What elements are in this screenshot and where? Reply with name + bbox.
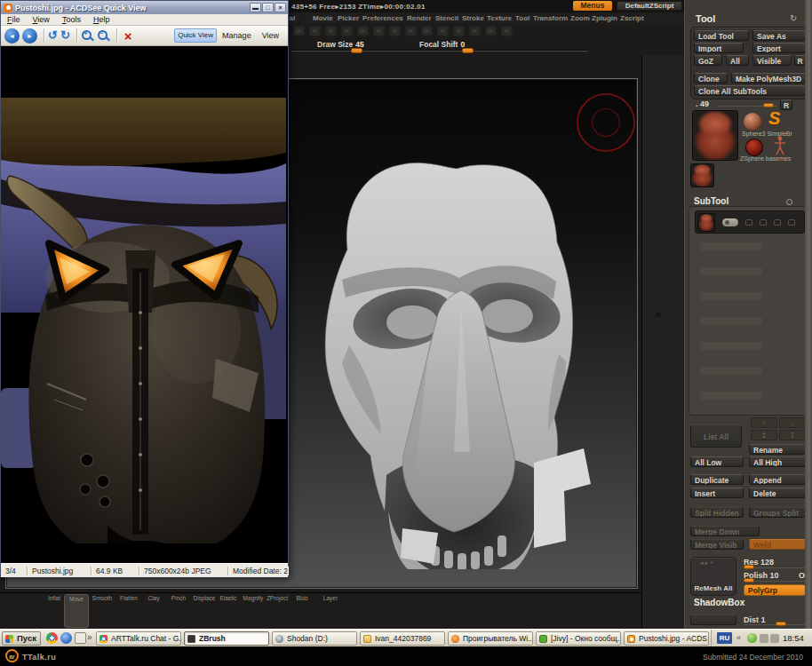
menu-render[interactable]: Render xyxy=(407,14,432,22)
shelf-icon[interactable] xyxy=(469,26,481,36)
move-down-icon[interactable]: ↓ xyxy=(779,417,806,428)
clone-button[interactable]: Clone xyxy=(694,73,728,83)
acdsee-titlebar[interactable]: Pustoshi.jpg - ACDSee Quick View ▬ □ × xyxy=(1,1,288,14)
subtool-mini-icon[interactable] xyxy=(760,219,767,226)
view-button[interactable]: View xyxy=(257,31,284,40)
zoom-out-icon[interactable]: − xyxy=(97,29,110,43)
delete-button[interactable]: Delete xyxy=(749,488,806,498)
basemesh-figure-icon[interactable] xyxy=(774,136,786,155)
subtool-mini-icon[interactable] xyxy=(788,219,795,226)
subtool-mini-icon[interactable] xyxy=(745,219,752,226)
shelf-icon[interactable] xyxy=(341,26,353,36)
maximize-button[interactable]: □ xyxy=(262,3,274,12)
insert-button[interactable]: Insert xyxy=(690,488,744,498)
menu-help[interactable]: Help xyxy=(87,15,116,24)
shelf-icon[interactable] xyxy=(309,26,321,36)
menu-view[interactable]: View xyxy=(27,15,56,24)
save-as-button[interactable]: Save As xyxy=(752,30,806,41)
zsphere-tool-icon[interactable] xyxy=(745,139,763,156)
menu-tool[interactable]: Tool xyxy=(515,14,529,22)
load-tool-button[interactable]: Load Tool xyxy=(694,30,749,41)
export-button[interactable]: Export xyxy=(752,43,806,53)
brush-smooth[interactable]: Smooth xyxy=(90,594,115,628)
brush-move[interactable]: Move xyxy=(64,594,89,628)
subtool-toggle-icon[interactable] xyxy=(786,199,792,205)
menu-movie[interactable]: Movie xyxy=(313,14,333,22)
rename-button[interactable]: Rename xyxy=(749,444,806,455)
clone-all-subtools-button[interactable]: Clone All SubTools xyxy=(694,85,806,96)
shelf-icon[interactable] xyxy=(389,26,401,36)
brush-magnify[interactable]: Magnify xyxy=(241,594,266,628)
subtool-empty-slot[interactable] xyxy=(700,242,762,250)
recent-tool-thumbnail[interactable] xyxy=(690,163,714,187)
menus-button[interactable]: Menus xyxy=(573,1,612,11)
polygrp-button[interactable]: PolyGrp xyxy=(744,584,806,596)
all-low-button[interactable]: All Low xyxy=(690,456,744,467)
brush-clay[interactable]: Clay xyxy=(141,594,166,628)
manage-button[interactable]: Manage xyxy=(217,31,257,40)
default-zscript-button[interactable]: DefaultZScript xyxy=(617,1,682,11)
menu-zscript[interactable]: Zscript xyxy=(620,14,644,22)
split-hidden-button[interactable]: Split Hidden xyxy=(690,507,744,518)
task-arttalk[interactable]: ARTTalk.ru Chat - G... xyxy=(96,631,181,646)
minimize-button[interactable]: ▬ xyxy=(250,3,261,12)
remesh-all-label[interactable]: ReMesh All xyxy=(691,584,736,592)
next-image-icon[interactable]: ► xyxy=(22,28,37,44)
tray-icon[interactable] xyxy=(770,634,779,643)
task-zbrush[interactable]: ZBrush xyxy=(184,631,269,646)
move-top-icon[interactable]: ↥ xyxy=(751,430,777,440)
brush-flatten[interactable]: Flatten xyxy=(116,594,141,628)
start-button[interactable]: Пуск xyxy=(2,631,41,646)
active-tool-thumbnail[interactable] xyxy=(692,110,738,161)
tray-icon[interactable] xyxy=(760,634,768,643)
import-button[interactable]: Import xyxy=(694,43,744,53)
subtool-empty-slot[interactable] xyxy=(700,342,762,350)
shelf-icon[interactable] xyxy=(325,26,337,36)
tool-r-button[interactable]: R xyxy=(780,99,792,110)
shelf-icon[interactable] xyxy=(373,26,385,36)
duplicate-button[interactable]: Duplicate xyxy=(690,474,744,485)
task-jivy-messenger[interactable]: [Jivy] - Окно сообщ... xyxy=(536,631,621,646)
panel-scroll-edge[interactable] xyxy=(805,0,812,629)
weld-button[interactable]: Weld xyxy=(749,539,806,550)
menu-stroke[interactable]: Stroke xyxy=(462,14,484,22)
menu-stencil[interactable]: Stencil xyxy=(435,14,458,22)
append-button[interactable]: Append xyxy=(749,474,806,485)
brush-pinch[interactable]: Pinch xyxy=(166,594,191,628)
shadowbox-button[interactable]: ShadowBox xyxy=(694,598,744,607)
antivirus-tray-icon[interactable] xyxy=(747,633,757,643)
subtool-empty-slot[interactable] xyxy=(700,267,762,275)
task-pustoshi-acdsee[interactable]: Pustoshi.jpg - ACDS... xyxy=(624,631,709,646)
remesh-box[interactable]: ◂ ▸ + ReMesh All xyxy=(690,557,736,596)
visibility-eye-icon[interactable] xyxy=(722,218,738,226)
polish-circle-toggle[interactable]: O xyxy=(799,571,805,580)
focal-shift-track[interactable] xyxy=(410,50,588,52)
res-handle[interactable] xyxy=(744,565,754,569)
subtool-empty-slot[interactable] xyxy=(700,292,762,300)
simplebrush-logo-icon[interactable]: S xyxy=(768,108,780,129)
zoom-in-icon[interactable]: + xyxy=(81,29,94,43)
all-high-button[interactable]: All High xyxy=(749,456,806,467)
goz-all-button[interactable]: All xyxy=(726,55,749,66)
menu-picker[interactable]: Picker xyxy=(338,14,359,22)
image-viewer[interactable] xyxy=(1,46,288,563)
subtool-mini-icon[interactable] xyxy=(774,219,781,226)
shelf-icon[interactable] xyxy=(421,26,433,36)
rotate-right-icon[interactable]: ↻ xyxy=(60,28,70,44)
language-indicator[interactable]: RU xyxy=(717,632,732,644)
tool-slider-handle[interactable] xyxy=(763,103,774,107)
menu-preferences[interactable]: Preferences xyxy=(362,14,403,22)
shelf-icon[interactable] xyxy=(485,26,497,36)
brush-blob[interactable]: Blob xyxy=(290,594,314,628)
shelf-icon[interactable] xyxy=(437,26,449,36)
shelf-icon[interactable] xyxy=(501,26,513,36)
brush-displace[interactable]: Displace xyxy=(192,594,217,628)
shelf-icon[interactable] xyxy=(357,26,369,36)
draw-size-handle[interactable] xyxy=(351,48,362,53)
browser-quicklaunch-icon[interactable] xyxy=(60,632,72,644)
dist-track[interactable] xyxy=(744,624,806,625)
groups-split-button[interactable]: Groups Split xyxy=(749,507,806,518)
unlabeled-button[interactable] xyxy=(690,614,736,625)
menu-tools[interactable]: Tools xyxy=(56,15,87,24)
chrome-quicklaunch-icon[interactable] xyxy=(46,632,58,644)
